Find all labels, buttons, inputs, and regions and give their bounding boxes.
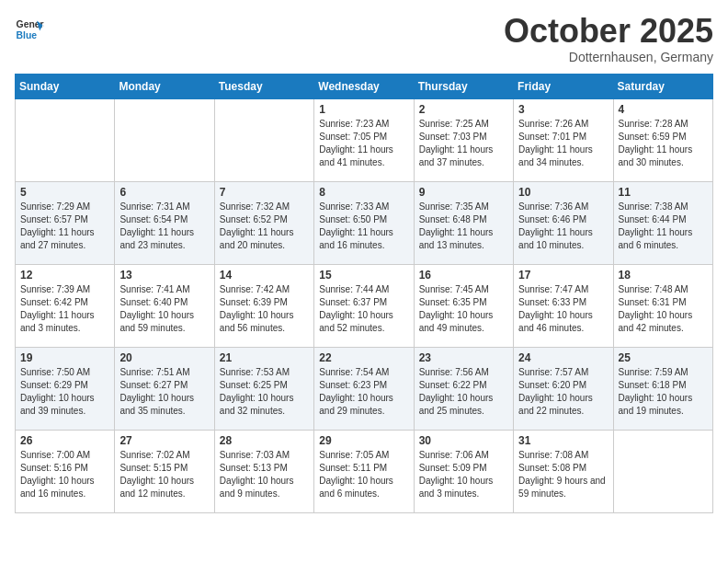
table-row [16, 99, 115, 182]
calendar-week-row: 26Sunrise: 7:00 AM Sunset: 5:16 PM Dayli… [16, 431, 713, 513]
day-info: Sunrise: 7:00 AM Sunset: 5:16 PM Dayligh… [20, 449, 109, 500]
calendar-week-row: 12Sunrise: 7:39 AM Sunset: 6:42 PM Dayli… [16, 265, 713, 348]
day-number: 13 [119, 269, 209, 282]
table-row: 9Sunrise: 7:35 AM Sunset: 6:48 PM Daylig… [414, 182, 513, 265]
day-info: Sunrise: 7:38 AM Sunset: 6:44 PM Dayligh… [619, 201, 708, 252]
day-info: Sunrise: 7:50 AM Sunset: 6:29 PM Dayligh… [20, 366, 109, 418]
day-info: Sunrise: 7:26 AM Sunset: 7:01 PM Dayligh… [518, 118, 608, 169]
day-info: Sunrise: 7:06 AM Sunset: 5:09 PM Dayligh… [419, 449, 508, 500]
table-row [214, 99, 313, 182]
header-friday: Friday [514, 75, 613, 99]
day-number: 21 [220, 351, 309, 364]
day-number: 8 [319, 186, 408, 199]
table-row: 14Sunrise: 7:42 AM Sunset: 6:39 PM Dayli… [214, 265, 313, 348]
table-row: 2Sunrise: 7:25 AM Sunset: 7:03 PM Daylig… [414, 99, 513, 182]
header-wednesday: Wednesday [314, 75, 414, 99]
day-info: Sunrise: 7:02 AM Sunset: 5:15 PM Dayligh… [119, 449, 209, 500]
day-number: 3 [518, 103, 608, 116]
day-info: Sunrise: 7:53 AM Sunset: 6:25 PM Dayligh… [220, 366, 309, 418]
day-number: 14 [220, 269, 309, 282]
day-number: 31 [518, 434, 608, 447]
calendar-week-row: 1Sunrise: 7:23 AM Sunset: 7:05 PM Daylig… [16, 99, 713, 182]
table-row: 1Sunrise: 7:23 AM Sunset: 7:05 PM Daylig… [314, 99, 414, 182]
day-info: Sunrise: 7:42 AM Sunset: 6:39 PM Dayligh… [220, 283, 309, 335]
day-info: Sunrise: 7:54 AM Sunset: 6:23 PM Dayligh… [319, 366, 408, 418]
table-row: 28Sunrise: 7:03 AM Sunset: 5:13 PM Dayli… [214, 431, 313, 513]
table-row: 11Sunrise: 7:38 AM Sunset: 6:44 PM Dayli… [613, 182, 712, 265]
day-number: 7 [220, 186, 309, 199]
day-number: 22 [319, 351, 408, 364]
day-info: Sunrise: 7:08 AM Sunset: 5:08 PM Dayligh… [518, 449, 608, 500]
table-row: 18Sunrise: 7:48 AM Sunset: 6:31 PM Dayli… [613, 265, 712, 348]
day-number: 11 [619, 186, 708, 199]
header-saturday: Saturday [613, 75, 712, 99]
page-header: General Blue October 2025 Dotternhausen,… [15, 15, 713, 64]
table-row: 17Sunrise: 7:47 AM Sunset: 6:33 PM Dayli… [514, 265, 613, 348]
day-number: 2 [419, 103, 508, 116]
day-info: Sunrise: 7:51 AM Sunset: 6:27 PM Dayligh… [119, 366, 209, 418]
logo-icon: General Blue [15, 15, 44, 44]
calendar-week-row: 19Sunrise: 7:50 AM Sunset: 6:29 PM Dayli… [16, 348, 713, 431]
day-info: Sunrise: 7:31 AM Sunset: 6:54 PM Dayligh… [119, 201, 209, 252]
header-tuesday: Tuesday [214, 75, 313, 99]
table-row: 8Sunrise: 7:33 AM Sunset: 6:50 PM Daylig… [314, 182, 414, 265]
table-row: 22Sunrise: 7:54 AM Sunset: 6:23 PM Dayli… [314, 348, 414, 431]
day-info: Sunrise: 7:56 AM Sunset: 6:22 PM Dayligh… [419, 366, 508, 418]
table-row: 5Sunrise: 7:29 AM Sunset: 6:57 PM Daylig… [16, 182, 115, 265]
day-info: Sunrise: 7:47 AM Sunset: 6:33 PM Dayligh… [518, 283, 608, 335]
day-number: 10 [518, 186, 608, 199]
calendar-week-row: 5Sunrise: 7:29 AM Sunset: 6:57 PM Daylig… [16, 182, 713, 265]
day-info: Sunrise: 7:23 AM Sunset: 7:05 PM Dayligh… [319, 118, 408, 169]
day-info: Sunrise: 7:25 AM Sunset: 7:03 PM Dayligh… [419, 118, 508, 169]
table-row: 25Sunrise: 7:59 AM Sunset: 6:18 PM Dayli… [613, 348, 712, 431]
calendar-header-row: Sunday Monday Tuesday Wednesday Thursday… [16, 75, 713, 99]
table-row: 19Sunrise: 7:50 AM Sunset: 6:29 PM Dayli… [16, 348, 115, 431]
day-number: 28 [220, 434, 309, 447]
table-row: 15Sunrise: 7:44 AM Sunset: 6:37 PM Dayli… [314, 265, 414, 348]
calendar-subtitle: Dotternhausen, Germany [504, 50, 713, 64]
day-number: 18 [619, 269, 708, 282]
day-number: 24 [518, 351, 608, 364]
day-info: Sunrise: 7:28 AM Sunset: 6:59 PM Dayligh… [619, 118, 708, 169]
table-row [115, 99, 214, 182]
calendar-table: Sunday Monday Tuesday Wednesday Thursday… [15, 74, 713, 513]
table-row: 24Sunrise: 7:57 AM Sunset: 6:20 PM Dayli… [514, 348, 613, 431]
day-number: 15 [319, 269, 408, 282]
day-info: Sunrise: 7:45 AM Sunset: 6:35 PM Dayligh… [419, 283, 508, 335]
day-info: Sunrise: 7:44 AM Sunset: 6:37 PM Dayligh… [319, 283, 408, 335]
day-info: Sunrise: 7:36 AM Sunset: 6:46 PM Dayligh… [518, 201, 608, 252]
day-number: 20 [119, 351, 209, 364]
day-number: 5 [20, 186, 109, 199]
day-number: 23 [419, 351, 508, 364]
day-info: Sunrise: 7:32 AM Sunset: 6:52 PM Dayligh… [220, 201, 309, 252]
day-number: 6 [119, 186, 209, 199]
day-info: Sunrise: 7:41 AM Sunset: 6:40 PM Dayligh… [119, 283, 209, 335]
day-info: Sunrise: 7:59 AM Sunset: 6:18 PM Dayligh… [619, 366, 708, 418]
table-row: 7Sunrise: 7:32 AM Sunset: 6:52 PM Daylig… [214, 182, 313, 265]
table-row: 30Sunrise: 7:06 AM Sunset: 5:09 PM Dayli… [414, 431, 513, 513]
table-row: 27Sunrise: 7:02 AM Sunset: 5:15 PM Dayli… [115, 431, 214, 513]
day-info: Sunrise: 7:35 AM Sunset: 6:48 PM Dayligh… [419, 201, 508, 252]
day-number: 17 [518, 269, 608, 282]
table-row: 21Sunrise: 7:53 AM Sunset: 6:25 PM Dayli… [214, 348, 313, 431]
day-number: 16 [419, 269, 508, 282]
day-number: 25 [619, 351, 708, 364]
day-number: 19 [20, 351, 109, 364]
day-number: 9 [419, 186, 508, 199]
day-number: 29 [319, 434, 408, 447]
day-number: 1 [319, 103, 408, 116]
header-thursday: Thursday [414, 75, 513, 99]
title-area: October 2025 Dotternhausen, Germany [504, 15, 713, 64]
table-row: 4Sunrise: 7:28 AM Sunset: 6:59 PM Daylig… [613, 99, 712, 182]
table-row: 31Sunrise: 7:08 AM Sunset: 5:08 PM Dayli… [514, 431, 613, 513]
table-row: 12Sunrise: 7:39 AM Sunset: 6:42 PM Dayli… [16, 265, 115, 348]
header-monday: Monday [115, 75, 214, 99]
day-info: Sunrise: 7:29 AM Sunset: 6:57 PM Dayligh… [20, 201, 109, 252]
day-number: 27 [119, 434, 209, 447]
day-number: 4 [619, 103, 708, 116]
logo: General Blue [15, 15, 44, 44]
day-info: Sunrise: 7:03 AM Sunset: 5:13 PM Dayligh… [220, 449, 309, 500]
header-sunday: Sunday [16, 75, 115, 99]
day-number: 12 [20, 269, 109, 282]
table-row: 10Sunrise: 7:36 AM Sunset: 6:46 PM Dayli… [514, 182, 613, 265]
